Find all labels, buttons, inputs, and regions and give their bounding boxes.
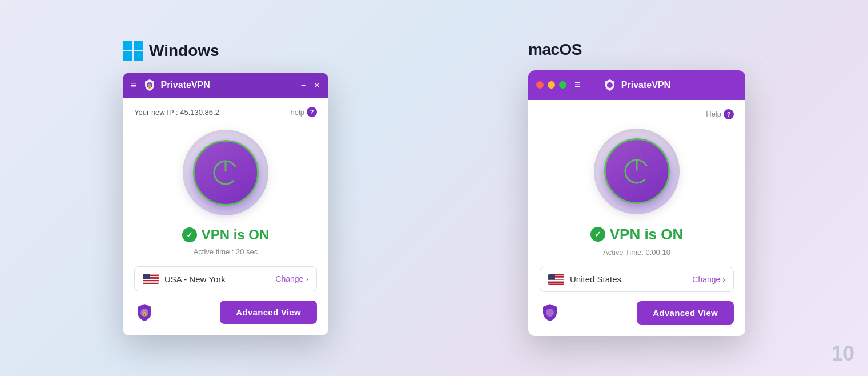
vpn-on-label: VPN is ON: [202, 227, 270, 243]
change-location-button[interactable]: Change ›: [275, 274, 308, 283]
fullscreen-traffic-light[interactable]: [559, 81, 566, 89]
svg-rect-20: [143, 283, 159, 284]
macos-os-label: macOS: [528, 41, 582, 59]
macos-location-name: United States: [570, 274, 621, 284]
svg-rect-39: [548, 283, 564, 284]
macos-shield-icon: [603, 78, 617, 92]
power-outer-ring: [183, 130, 268, 215]
svg-rect-37: [548, 282, 564, 282]
hamburger-menu-icon[interactable]: ≡: [131, 80, 137, 90]
help-text: help: [290, 108, 304, 117]
macos-titlebar: ≡ PrivateVPN: [528, 70, 745, 100]
svg-rect-18: [143, 282, 159, 282]
svg-rect-40: [548, 274, 555, 280]
os-label-macos: macOS: [528, 41, 582, 59]
macos-power-button[interactable]: [604, 138, 670, 204]
status-check-icon: ✓: [182, 227, 197, 242]
svg-point-41: [546, 309, 554, 317]
page-number: 10: [831, 342, 854, 366]
windows-app-name: PrivateVPN: [161, 80, 210, 90]
macos-hamburger-icon[interactable]: ≡: [574, 79, 581, 91]
svg-rect-1: [134, 41, 143, 50]
windows-vpn-window: ≡ 🔒 PrivateVPN − ✕: [123, 73, 328, 335]
macos-status-check-icon: ✓: [590, 227, 605, 242]
help-button[interactable]: help ?: [290, 107, 317, 117]
windows-vpn-body: Your new IP : 45.130.86.2 help ?: [123, 98, 328, 335]
usa-flag-icon: [143, 274, 159, 284]
minimize-traffic-light[interactable]: [548, 81, 555, 89]
close-button[interactable]: ✕: [314, 81, 320, 90]
svg-rect-38: [548, 283, 564, 283]
location-name: USA - New York: [164, 274, 226, 284]
windows-os-label: Windows: [149, 42, 219, 60]
bottom-bar: 🔒 Advanced View: [134, 301, 317, 324]
macos-vpn-on-label: VPN is ON: [610, 226, 684, 243]
macos-location-row: United States Change ›: [540, 267, 734, 292]
svg-text:🔒: 🔒: [147, 83, 152, 89]
active-time-label: Active time : 20 sec: [194, 247, 258, 256]
page-wrapper: Windows ≡ 🔒 PrivateVPN: [0, 0, 868, 376]
svg-rect-16: [143, 280, 159, 281]
macos-change-label: Change: [692, 275, 720, 284]
svg-rect-15: [143, 279, 159, 280]
bottom-shield-icon: 🔒: [134, 302, 155, 323]
macos-traffic-lights: [536, 81, 566, 89]
vpn-status: ✓ VPN is ON: [182, 227, 270, 243]
macos-advanced-view-button[interactable]: Advanced View: [637, 301, 734, 325]
macos-help-button[interactable]: Help ?: [706, 109, 734, 119]
svg-rect-19: [143, 282, 159, 283]
macos-vpn-window: ≡ PrivateVPN Help: [528, 70, 745, 336]
advanced-view-button[interactable]: Advanced View: [220, 301, 317, 324]
macos-power-button-container: [594, 129, 680, 214]
minimize-button[interactable]: −: [301, 81, 306, 90]
macos-vpn-body: Help ?: [528, 100, 745, 336]
macos-chevron-right-icon: ›: [722, 275, 725, 284]
location-row: USA - New York Change ›: [134, 266, 317, 291]
power-icon: [211, 158, 240, 187]
section-macos: macOS ≡: [528, 41, 745, 336]
svg-point-24: [607, 82, 613, 88]
macos-bottom-bar: Advanced View: [540, 301, 734, 325]
shield-icon: 🔒: [143, 78, 156, 92]
macos-bottom-shield-icon: [540, 302, 560, 323]
macos-active-time-label: Active Time: 0:00:10: [603, 248, 670, 257]
macos-vpn-status: ✓ VPN is ON: [590, 226, 684, 243]
help-circle-icon: ?: [307, 107, 317, 117]
macos-app-name: PrivateVPN: [621, 80, 670, 90]
svg-rect-36: [548, 281, 564, 282]
macos-help-text: Help: [706, 110, 721, 118]
macos-power-icon: [622, 157, 651, 186]
svg-rect-35: [548, 281, 564, 281]
windows-logo-icon: [123, 41, 143, 61]
svg-rect-34: [548, 279, 564, 280]
chevron-right-icon: ›: [306, 274, 308, 283]
power-button-container: [183, 130, 268, 215]
power-button[interactable]: [193, 140, 259, 206]
os-label-windows: Windows: [123, 41, 219, 61]
svg-rect-21: [143, 274, 150, 279]
change-label: Change: [275, 274, 303, 283]
ip-label: Your new IP : 45.130.86.2: [134, 108, 219, 117]
windows-titlebar: ≡ 🔒 PrivateVPN − ✕: [123, 73, 328, 98]
svg-rect-17: [143, 281, 159, 281]
macos-usa-flag-icon: [548, 274, 564, 285]
svg-text:🔒: 🔒: [141, 309, 148, 317]
close-traffic-light[interactable]: [536, 81, 544, 89]
section-windows: Windows ≡ 🔒 PrivateVPN: [123, 41, 328, 335]
macos-power-outer-ring: [594, 129, 680, 214]
ip-bar: Your new IP : 45.130.86.2 help ?: [134, 107, 317, 117]
svg-rect-2: [123, 51, 132, 61]
svg-rect-0: [123, 41, 132, 50]
macos-change-location-button[interactable]: Change ›: [692, 275, 725, 284]
svg-rect-3: [134, 51, 143, 61]
macos-help-circle-icon: ?: [724, 109, 734, 119]
